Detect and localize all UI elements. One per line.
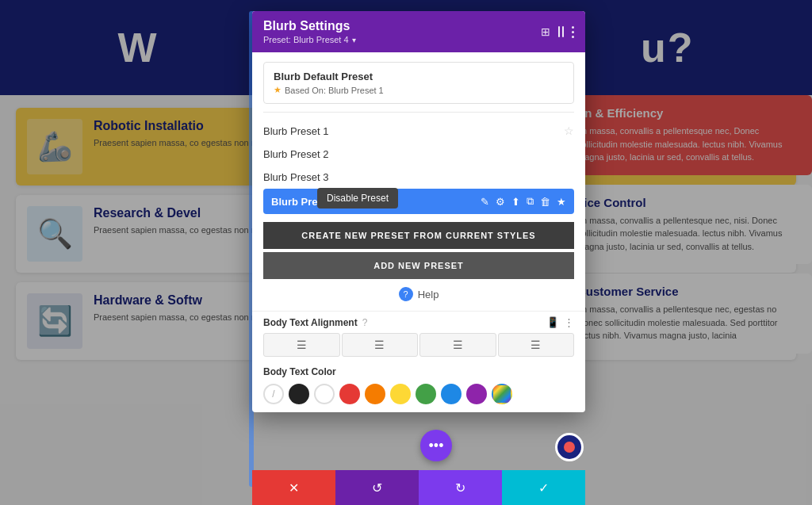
star-filled-icon[interactable]: ★	[557, 196, 566, 208]
star-icon: ★	[274, 85, 282, 95]
color-swatch-orange[interactable]	[365, 384, 385, 404]
undo-button[interactable]: ↺	[335, 470, 419, 505]
modal-header-icons: ⊞	[541, 25, 574, 38]
trash-icon[interactable]: 🗑	[540, 196, 550, 208]
disable-preset-tooltip: Disable Preset	[317, 188, 398, 209]
cancel-icon: ✕	[289, 480, 299, 495]
bottom-toolbar: ✕ ↺ ↻ ✓	[252, 470, 585, 505]
more-options-icon[interactable]	[572, 26, 574, 38]
color-swatch-red[interactable]	[339, 384, 360, 404]
body-text-color-label: Body Text Color	[263, 366, 574, 377]
modal-header: Blurb Settings Preset: Blurb Preset 4 ▾ …	[252, 11, 585, 52]
redo-icon: ↻	[455, 480, 465, 495]
modal-subtitle-text: Preset: Blurb Preset 4	[263, 35, 349, 44]
mobile-icon[interactable]: 📱	[546, 316, 559, 328]
color-swatch-yellow[interactable]	[390, 384, 411, 404]
color-swatch-green[interactable]	[416, 384, 436, 404]
modal-header-left: Blurb Settings Preset: Blurb Preset 4 ▾	[263, 19, 356, 44]
align-justify-button[interactable]: ☰	[498, 333, 575, 357]
align-center-button[interactable]: ☰	[342, 333, 419, 357]
preset-item-name-3: Blurb Preset 3	[263, 171, 328, 183]
modal-subtitle[interactable]: Preset: Blurb Preset 4 ▾	[263, 35, 356, 44]
save-button[interactable]: ✓	[502, 470, 585, 505]
create-preset-button[interactable]: CREATE NEW PRESET FROM CURRENT STYLES	[263, 222, 574, 249]
align-options: ☰ ☰ ☰ ☰	[263, 333, 574, 357]
info-icon-alignment: ?	[362, 317, 368, 328]
align-right-button[interactable]: ☰	[419, 333, 496, 357]
cancel-button[interactable]: ✕	[252, 470, 335, 505]
preset-item-star-1: ☆	[564, 124, 574, 137]
active-preset-icons: ✎ ⚙ ⬆ ⧉ 🗑 ★	[481, 195, 566, 208]
color-swatch-eraser[interactable]: /	[263, 384, 284, 404]
body-text-alignment-label: Body Text Alignment	[263, 317, 358, 328]
edit-icon[interactable]: ✎	[481, 196, 489, 208]
notification-dot	[555, 433, 584, 461]
fab-icon: •••	[429, 438, 444, 454]
default-preset-based-text: Based On: Blurb Preset 1	[285, 86, 384, 95]
color-swatch-gradient[interactable]	[492, 384, 512, 404]
default-preset-box: Blurb Default Preset ★ Based On: Blurb P…	[263, 62, 574, 104]
color-swatch-white[interactable]	[314, 384, 335, 404]
section-extra-icons-alignment: 📱 ⋮	[546, 316, 574, 328]
notification-inner	[564, 442, 575, 453]
section-label-row-alignment: Body Text Alignment ? 📱 ⋮	[263, 316, 574, 328]
body-text-color-section: Body Text Color /	[252, 362, 585, 412]
preset-item-name-2: Blurb Preset 2	[263, 148, 328, 160]
modal-blurb-settings: Blurb Settings Preset: Blurb Preset 4 ▾ …	[252, 11, 585, 412]
color-swatch-blue[interactable]	[441, 384, 462, 404]
more-icon-alignment[interactable]: ⋮	[564, 316, 574, 328]
body-text-alignment-section: Body Text Alignment ? 📱 ⋮ ☰ ☰ ☰ ☰	[252, 311, 585, 362]
help-circle-icon: ?	[399, 287, 413, 301]
modal-title: Blurb Settings	[263, 19, 356, 33]
undo-icon: ↺	[372, 480, 382, 495]
preset-item-3[interactable]: Blurb Preset 3 Disable Preset	[263, 166, 574, 189]
help-row: ? Help	[263, 279, 574, 306]
chevron-down-icon: ▾	[352, 36, 356, 44]
preset-item-2[interactable]: Blurb Preset 2	[263, 143, 574, 166]
color-swatches: /	[263, 384, 574, 404]
color-swatch-black[interactable]	[289, 384, 309, 404]
default-preset-based: ★ Based On: Blurb Preset 1	[274, 85, 564, 95]
preset-section: Blurb Default Preset ★ Based On: Blurb P…	[252, 52, 585, 311]
preset-item-name-1: Blurb Preset 1	[263, 125, 328, 137]
add-preset-button[interactable]: ADD NEW PRESET	[263, 252, 574, 279]
preset-item-1[interactable]: Blurb Preset 1 ☆	[263, 119, 574, 143]
help-label[interactable]: Help	[418, 289, 439, 300]
settings-icon[interactable]: ⚙	[496, 196, 505, 208]
upload-icon[interactable]: ⬆	[511, 196, 520, 208]
active-preset-row[interactable]: Blurb Preset 4 ✎ ⚙ ⬆ ⧉ 🗑 ★	[263, 189, 574, 214]
divider	[263, 112, 574, 113]
columns-icon[interactable]	[558, 26, 564, 37]
color-swatch-purple[interactable]	[466, 384, 487, 404]
copy-icon[interactable]: ⧉	[527, 195, 534, 208]
default-preset-name: Blurb Default Preset	[274, 71, 564, 82]
save-icon: ✓	[538, 480, 549, 495]
fab-button[interactable]: •••	[420, 430, 452, 461]
expand-icon[interactable]: ⊞	[541, 25, 550, 38]
align-left-button[interactable]: ☰	[263, 333, 340, 357]
redo-button[interactable]: ↻	[419, 470, 502, 505]
